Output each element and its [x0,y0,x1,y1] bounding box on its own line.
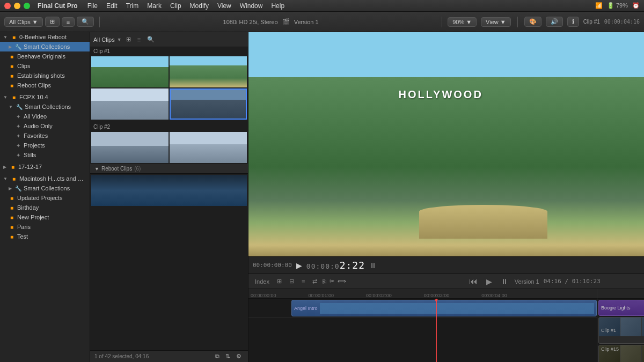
minimize-button[interactable] [14,3,20,9]
sidebar-item-favorites[interactable]: ✦ Favorites [0,131,90,141]
select-tool-icon[interactable]: ⎘ [323,278,326,285]
browser-list-btn[interactable]: ≡ [135,35,143,44]
sidebar-item-projects[interactable]: ✦ Projects [0,141,90,150]
thumb-5[interactable] [91,132,169,163]
sidebar-item-macintosh[interactable]: ▼ ■ Macintosh H...cts and events [0,174,90,183]
sidebar-item-smart-collections2[interactable]: ▼ 🔧 Smart Collections [0,102,90,112]
menu-view[interactable]: View [217,2,231,10]
thumb-6[interactable] [170,132,247,163]
index-tab-btn[interactable]: Index [253,277,272,286]
sidebar-item-date[interactable]: ▶ ■ 17-12-17 [0,162,90,172]
thumb-3[interactable] [91,88,169,120]
menu-trim[interactable]: Trim [126,2,139,10]
tl-arrows-btn[interactable]: ⇄ [310,277,319,286]
divider-1 [99,17,100,27]
play-btn-tl[interactable]: ▶ [484,276,494,287]
thumb-2[interactable] [170,56,247,87]
close-button[interactable] [4,3,11,9]
browser-panel: All Clips ▼ ⊞ ≡ 🔍 Clip #1 [90,32,248,362]
sidebar-item-fcpx[interactable]: ▼ ■ FCPX 10.4 [0,92,90,102]
zoom-btn[interactable]: 90% ▼ [448,17,477,27]
view-btn[interactable]: View ▼ [481,17,511,27]
sidebar-item-test[interactable]: ■ Test [0,232,90,241]
sidebar-item-updated-projects[interactable]: ■ Updated Projects [0,193,90,203]
sidebar-item-stills[interactable]: ✦ Stills [0,150,90,160]
sidebar-item-paris[interactable]: ■ Paris [0,222,90,232]
sidebar-item-smart-collections3[interactable]: ▶ 🔧 Smart Collections [0,183,90,193]
ruler-0: 00:00:00:00 [251,293,276,298]
search-btn[interactable]: 🔍 [77,17,94,27]
sidebar-item-smart-collections[interactable]: ▶ 🔧 Smart Collections [0,42,90,51]
audio-only-label: Audio Only [24,123,53,129]
tl-role-btn[interactable]: ≡ [299,277,307,286]
sidebar-item-establishing-shots[interactable]: ■ Establishing shots [0,71,90,80]
blade-tool-icon[interactable]: ✂ [330,278,334,285]
paris-icon: ■ [9,224,15,230]
clip-dropdown-btn[interactable]: All Clips ▼ [4,17,43,27]
sidebar-item-audio-only[interactable]: ✦ Audio Only [0,121,90,131]
audio-only-icon: ✦ [15,123,21,129]
sidebar-item-birthday[interactable]: ■ Birthday [0,203,90,212]
sidebar-item-clips[interactable]: ■ Clips [0,61,90,71]
clip15-film-strip[interactable]: Clip #15 [598,345,644,362]
boogie-lights-clip[interactable]: Boogie Lights [598,300,644,316]
range-tool-icon[interactable]: ⟺ [338,278,346,285]
browser-title-label: All Clips [93,36,115,43]
pause-icon[interactable]: ⏸ [369,261,377,270]
grid-view-btn[interactable]: ⊞ [45,17,60,27]
thumb-4[interactable] [170,88,247,120]
browser-grid-btn[interactable]: ⊞ [124,35,133,44]
play-icon[interactable]: ▶ [296,261,302,270]
angel-intro-label: Angel Intro [294,306,318,311]
insp-info-btn[interactable]: ℹ [567,17,579,27]
timeline-toolbar: Index ⊞ ⊟ ≡ ⇄ ⎘ ✂ ⟺ ⏮ ▶ ⏸ Version 1 [248,274,644,289]
favorites-label: Favorites [24,132,48,139]
menu-window[interactable]: Window [240,2,263,10]
insp-audio-btn[interactable]: 🔊 [546,17,563,27]
browser-sort-btn[interactable]: ⇅ [223,352,232,361]
menu-modify[interactable]: Modify [190,2,209,10]
maximize-button[interactable] [24,3,30,9]
clip-dropdown-label: All Clips [9,19,31,25]
reboot-clips-label: Reboot Clips [17,82,51,88]
reboot-count-badge: (6) [134,166,141,172]
date-label: 17-12-17 [18,164,42,170]
expand-icon-sc2: ▼ [9,105,13,109]
sidebar-item-library[interactable]: ▼ ■ 0-Beehive Reboot [0,32,90,42]
tl-clip-view-btn[interactable]: ⊞ [275,277,284,286]
menu-edit[interactable]: Edit [106,2,118,10]
timeline-content: 00:00:00:00 00:00:01:00 00:00:02:00 00:0… [248,289,644,362]
window-controls: Final Cut Pro File Edit Trim Mark Clip M… [4,2,284,10]
browser-action-btn[interactable]: ⚙ [234,352,244,361]
viewer-content[interactable]: HOLLYWOOD [248,32,644,256]
expand-icon: ▼ [3,35,8,40]
pause-btn-tl[interactable]: ⏸ [499,276,510,287]
sidebar-item-reboot-clips[interactable]: ■ Reboot Clips [0,80,90,90]
sc2-icon: 🔧 [16,104,23,110]
browser-toolbar: All Clips ▼ ⊞ ≡ 🔍 [90,32,248,47]
angel-intro-clip[interactable]: Angel Intro [291,300,597,316]
clip1-film-strip[interactable]: Clip #1 [598,317,644,344]
sidebar-item-new-project[interactable]: ■ New Project [0,212,90,222]
sidebar: ▼ ■ 0-Beehive Reboot ▶ 🔧 Smart Collectio… [0,32,90,362]
frame15-3 [642,345,644,362]
sidebar-item-beehave-originals[interactable]: ■ Beehave Originals [0,51,90,61]
list-view-btn[interactable]: ≡ [62,17,75,27]
reboot-section-header[interactable]: ▼ Reboot Clips (6) [90,164,248,174]
thumb-1[interactable] [91,56,169,87]
viewer-inspector-row: HOLLYWOOD 00:00:00:00 ▶ 00:00:02:22 ⏸ ⛶ [248,32,644,274]
browser-filter-btn[interactable]: ⧉ [213,352,222,361]
clip2-thumb-grid [90,131,248,164]
play-prev-btn[interactable]: ⏮ [467,276,480,287]
reboot-thumb-1[interactable] [91,175,247,206]
menu-clip[interactable]: Clip [170,2,181,10]
browser-icon-row: ⧉ ⇅ ⚙ [213,352,244,361]
menu-file[interactable]: File [87,2,98,10]
menu-help[interactable]: Help [271,2,284,10]
tl-angle-btn[interactable]: ⊟ [287,277,296,286]
playhead[interactable] [436,299,437,362]
insp-video-btn[interactable]: 🎨 [524,17,541,27]
browser-search-btn[interactable]: 🔍 [145,35,157,44]
menu-mark[interactable]: Mark [147,2,162,10]
sidebar-item-all-video[interactable]: ✦ All Video [0,112,90,121]
